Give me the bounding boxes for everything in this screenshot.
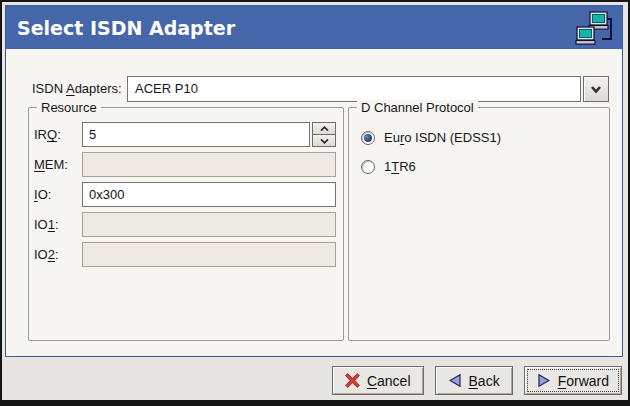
back-button-label: Back: [469, 373, 500, 389]
mem-label: MEM:: [34, 152, 82, 177]
wizard-body: ISDN Adapters: ACER P10 Resource IRQ:: [6, 50, 622, 356]
mem-row: MEM:: [34, 152, 336, 177]
wizard-header: Select ISDN Adapter: [6, 6, 622, 49]
io-row: IO:: [34, 182, 336, 207]
radio-button-icon: [361, 160, 375, 174]
irq-row: IRQ:: [34, 122, 336, 147]
action-button-bar: Cancel Back Forward: [332, 366, 622, 395]
resource-group: Resource IRQ: MEM: I: [28, 107, 344, 341]
spin-up-button[interactable]: [312, 122, 336, 135]
chevron-up-icon: [320, 126, 329, 132]
arrow-right-icon: [537, 373, 551, 388]
radio-button-icon: [361, 131, 375, 145]
wizard-panel: Select ISDN Adapter ISDN Adapters:: [5, 5, 623, 357]
cancel-button[interactable]: Cancel: [332, 366, 424, 395]
io1-label: IO1:: [34, 212, 82, 237]
back-button[interactable]: Back: [435, 366, 513, 395]
io1-row: IO1:: [34, 212, 336, 237]
irq-label: IRQ:: [34, 122, 82, 147]
io2-input: [82, 242, 336, 267]
irq-spinner: [312, 122, 336, 147]
chevron-down-icon: [590, 85, 602, 94]
arrow-left-icon: [448, 373, 462, 388]
spin-down-button[interactable]: [312, 135, 336, 147]
forward-button[interactable]: Forward: [524, 366, 622, 395]
network-computers-icon: [574, 10, 614, 48]
cancel-x-icon: [345, 373, 360, 388]
radio-euro-isdn-label: Euro ISDN (EDSS1): [384, 130, 501, 145]
combo-dropdown-button[interactable]: [583, 76, 609, 102]
io-label: IO:: [34, 182, 82, 207]
d-channel-protocol-group: D Channel Protocol Euro ISDN (EDSS1) 1TR…: [348, 107, 610, 341]
isdn-adapter-value[interactable]: ACER P10: [127, 76, 581, 102]
page-title: Select ISDN Adapter: [17, 17, 574, 39]
radio-1tr6[interactable]: 1TR6: [361, 158, 416, 175]
cancel-button-label: Cancel: [367, 373, 411, 389]
radio-1tr6-label: 1TR6: [384, 159, 416, 174]
io2-label: IO2:: [34, 242, 82, 267]
forward-button-label: Forward: [558, 373, 609, 389]
irq-input[interactable]: [82, 122, 310, 147]
io2-row: IO2:: [34, 242, 336, 267]
io1-input: [82, 212, 336, 237]
dialog-window: Select ISDN Adapter ISDN Adapters:: [0, 0, 630, 406]
isdn-adapter-combobox: ACER P10: [127, 76, 609, 102]
resource-group-title: Resource: [37, 100, 101, 116]
d-channel-protocol-title: D Channel Protocol: [357, 100, 478, 116]
chevron-down-icon: [320, 138, 329, 144]
isdn-adapters-label: ISDN Adapters:: [32, 76, 122, 102]
radio-euro-isdn[interactable]: Euro ISDN (EDSS1): [361, 129, 501, 146]
mem-input: [82, 152, 336, 177]
io-input[interactable]: [82, 182, 336, 207]
